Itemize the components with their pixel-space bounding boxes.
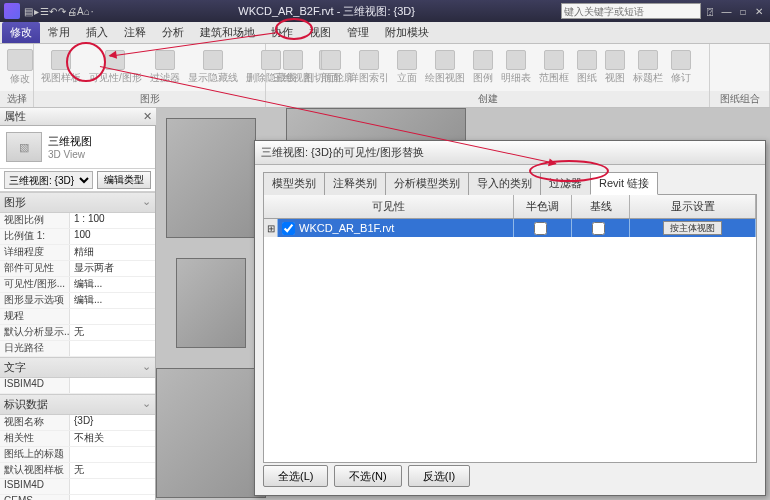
prop-row[interactable]: 部件可见性显示两者: [0, 261, 155, 277]
prop-row[interactable]: CEMS: [0, 495, 155, 500]
prop-value[interactable]: 编辑...: [70, 293, 155, 308]
prop-value[interactable]: [70, 341, 155, 356]
search-input[interactable]: [561, 3, 701, 19]
prop-value[interactable]: [70, 378, 155, 393]
show-icon: [203, 50, 223, 70]
visibility-icon: [105, 50, 125, 70]
dtab-model[interactable]: 模型类别: [263, 172, 325, 195]
tab-site[interactable]: 建筑和场地: [192, 22, 263, 43]
prop-row[interactable]: 视图比例1 : 100: [0, 213, 155, 229]
tab-analyze[interactable]: 分析: [154, 22, 192, 43]
grid-header: 可见性 半色调 基线 显示设置: [264, 195, 756, 219]
type-preview: ▧ 三维视图 3D View: [0, 126, 155, 169]
dtab-filters[interactable]: 过滤器: [540, 172, 591, 195]
dtab-anno[interactable]: 注释类别: [324, 172, 386, 195]
prop-key: 视图名称: [0, 415, 70, 430]
ribbon-visibility-graphics[interactable]: 可见性/图形: [86, 48, 145, 87]
link-row[interactable]: ⊞ WKCD_AR_B1F.rvt 按主体视图: [264, 219, 756, 237]
prop-row[interactable]: 日光路径: [0, 341, 155, 357]
link-underlay-checkbox[interactable]: [592, 222, 605, 235]
prop-section-header[interactable]: 图形⌄: [0, 192, 155, 213]
prop-row[interactable]: 视图名称{3D}: [0, 415, 155, 431]
ribbon-group-select: 选择: [0, 91, 33, 107]
prop-value[interactable]: 1 : 100: [70, 213, 155, 228]
dtab-revit-links[interactable]: Revit 链接: [590, 172, 658, 195]
link-name: WKCD_AR_B1F.rvt: [299, 222, 394, 234]
prop-value[interactable]: [70, 479, 155, 494]
ribbon-scope[interactable]: 范围框: [536, 48, 572, 87]
invert-button[interactable]: 反选(I): [408, 465, 470, 487]
prop-section-header[interactable]: 文字⌄: [0, 357, 155, 378]
ribbon-3dview[interactable]: 三维视图: [270, 48, 316, 87]
dtab-imported[interactable]: 导入的类别: [468, 172, 541, 195]
link-halftone-checkbox[interactable]: [534, 222, 547, 235]
prop-key: 比例值 1:: [0, 229, 70, 244]
col-display: 显示设置: [630, 195, 756, 218]
prop-value[interactable]: 无: [70, 325, 155, 340]
prop-row[interactable]: 默认视图样板无: [0, 463, 155, 479]
ribbon-section[interactable]: 剖面: [318, 48, 344, 87]
dialog-footer: 全选(L) 不选(N) 反选(I): [263, 465, 757, 487]
prop-row[interactable]: 比例值 1:100: [0, 229, 155, 245]
dtab-analytical[interactable]: 分析模型类别: [385, 172, 469, 195]
close-icon[interactable]: ✕: [143, 110, 152, 123]
display-settings-button[interactable]: 按主体视图: [663, 221, 722, 235]
prop-row[interactable]: ISBIM4D: [0, 479, 155, 495]
tab-addins[interactable]: 附加模块: [377, 22, 437, 43]
properties-panel: ▧ 三维视图 3D View 三维视图: {3D} 编辑类型 图形⌄视图比例1 …: [0, 126, 156, 500]
prop-value[interactable]: 不相关: [70, 431, 155, 446]
prop-row[interactable]: 可见性/图形...编辑...: [0, 277, 155, 293]
prop-row[interactable]: 规程: [0, 309, 155, 325]
sheet-icon: [577, 50, 597, 70]
prop-value[interactable]: [70, 495, 155, 500]
prop-value[interactable]: {3D}: [70, 415, 155, 430]
prop-row[interactable]: 图纸上的标题: [0, 447, 155, 463]
ribbon-schedule[interactable]: 明细表: [498, 48, 534, 87]
sched-icon: [506, 50, 526, 70]
prop-row[interactable]: 图形显示选项编辑...: [0, 293, 155, 309]
prop-section-header[interactable]: 标识数据⌄: [0, 394, 155, 415]
prop-value[interactable]: 无: [70, 463, 155, 478]
prop-value[interactable]: [70, 309, 155, 324]
type-selector[interactable]: 三维视图: {3D}: [4, 171, 93, 189]
prop-row[interactable]: 默认分析显示...无: [0, 325, 155, 341]
select-all-button[interactable]: 全选(L): [263, 465, 328, 487]
tab-annotate[interactable]: 注释: [116, 22, 154, 43]
ribbon-view[interactable]: 视图: [602, 48, 628, 87]
visibility-graphics-dialog: 三维视图: {3D}的可见性/图形替换 模型类别 注释类别 分析模型类别 导入的…: [254, 140, 766, 496]
prop-value[interactable]: 显示两者: [70, 261, 155, 276]
prop-value[interactable]: 精细: [70, 245, 155, 260]
ribbon-modify[interactable]: 修改: [4, 47, 36, 88]
link-visibility-checkbox[interactable]: [282, 222, 295, 235]
prop-value[interactable]: 100: [70, 229, 155, 244]
tab-view[interactable]: 视图: [301, 22, 339, 43]
cube-icon: [283, 50, 303, 70]
tab-home[interactable]: 常用: [40, 22, 78, 43]
prop-row[interactable]: 详细程度精细: [0, 245, 155, 261]
prop-row[interactable]: 相关性不相关: [0, 431, 155, 447]
ribbon-revision[interactable]: 修订: [668, 48, 694, 87]
window-controls[interactable]: ⍰ — ☐ ✕: [707, 6, 766, 17]
tab-manage[interactable]: 管理: [339, 22, 377, 43]
ribbon-drafting[interactable]: 绘图视图: [422, 48, 468, 87]
ribbon-elev[interactable]: 立面: [394, 48, 420, 87]
tab-collab[interactable]: 协作: [263, 22, 301, 43]
expand-icon[interactable]: ⊞: [264, 219, 278, 237]
ribbon-group-create: 创建: [266, 91, 709, 107]
window-title: WKCD_AR_B2F.rvt - 三维视图: {3D}: [93, 4, 561, 19]
select-none-button[interactable]: 不选(N): [334, 465, 401, 487]
ribbon-sheet[interactable]: 图纸: [574, 48, 600, 87]
prop-value[interactable]: [70, 447, 155, 462]
ribbon-view-templates[interactable]: 视图样板: [38, 48, 84, 87]
ribbon-legend[interactable]: 图例: [470, 48, 496, 87]
quick-access-toolbar[interactable]: ▤ ▸ ☰ ↶ ↷ 🖨 A ⌂ ·: [24, 6, 93, 17]
tab-modify[interactable]: 修改: [2, 22, 40, 43]
ribbon-titleblock[interactable]: 标题栏: [630, 48, 666, 87]
prop-row[interactable]: ISBIM4D: [0, 378, 155, 394]
edit-type-button[interactable]: 编辑类型: [97, 171, 151, 189]
ribbon-show-hidden[interactable]: 显示隐藏线: [185, 48, 241, 87]
prop-value[interactable]: 编辑...: [70, 277, 155, 292]
tab-insert[interactable]: 插入: [78, 22, 116, 43]
ribbon-callout[interactable]: 详图索引: [346, 48, 392, 87]
ribbon-filters[interactable]: 过滤器: [147, 48, 183, 87]
